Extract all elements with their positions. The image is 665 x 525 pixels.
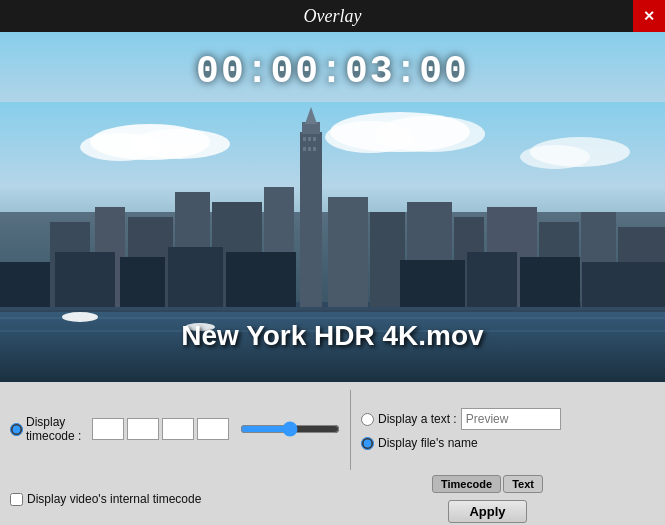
svg-rect-45 [467,252,517,307]
timecode-slider[interactable] [240,420,340,438]
svg-point-8 [520,145,590,169]
display-text-label: Display a text : [378,412,457,426]
svg-rect-41 [120,257,165,307]
close-button[interactable]: ✕ [633,0,665,32]
timecode-inputs: 00 00 00 00 [92,418,340,440]
timecode-hours[interactable]: 00 [92,418,124,440]
timecode-frames[interactable]: 00 [197,418,229,440]
preview-text-input[interactable] [461,408,561,430]
internal-timecode-label: Display video's internal timecode [27,492,201,506]
svg-rect-31 [328,197,368,307]
display-timecode-radio[interactable] [10,423,23,436]
app-title: Overlay [304,6,362,27]
svg-rect-24 [313,147,316,151]
display-filename-label: Display file's name [378,436,478,450]
svg-rect-47 [582,262,665,307]
title-bar: Overlay ✕ [0,0,665,32]
svg-point-6 [375,116,485,152]
timecode-tab-button[interactable]: Timecode [432,475,501,493]
display-filename-radio[interactable] [361,437,374,450]
video-preview: 00:00:03:00 New York HDR 4K.mov [0,32,665,382]
svg-rect-43 [226,252,296,307]
mode-tabs: Timecode Text [432,475,543,493]
svg-rect-46 [520,257,580,307]
svg-rect-42 [168,247,223,307]
filename-display: New York HDR 4K.mov [181,320,483,352]
timecode-display: 00:00:03:00 [196,50,469,93]
svg-rect-20 [308,137,311,141]
timecode-minutes[interactable]: 00 [127,418,159,440]
display-text-radio[interactable] [361,413,374,426]
svg-rect-22 [303,147,306,151]
svg-rect-19 [303,137,306,141]
svg-rect-32 [370,212,405,307]
svg-point-13 [62,312,98,322]
controls-panel: Display timecode : 00 00 00 00 Display a… [0,382,665,525]
svg-rect-23 [308,147,311,151]
internal-timecode-checkbox[interactable] [10,493,23,506]
svg-rect-21 [313,137,316,141]
timecode-seconds[interactable]: 00 [162,418,194,440]
display-timecode-label: Display timecode : [26,415,85,443]
svg-rect-11 [0,317,665,319]
svg-rect-44 [400,260,465,307]
svg-rect-39 [0,262,50,307]
svg-rect-16 [300,132,322,307]
svg-point-3 [130,129,230,159]
apply-button[interactable]: Apply [448,500,526,523]
text-tab-button[interactable]: Text [503,475,543,493]
vertical-divider [350,390,351,470]
svg-rect-40 [55,252,115,307]
